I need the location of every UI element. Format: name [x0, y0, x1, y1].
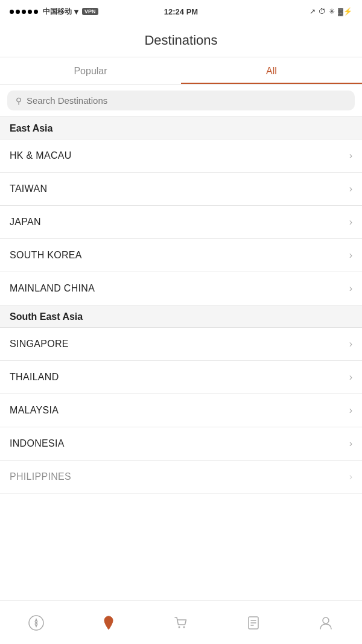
- svg-point-6: [183, 626, 185, 628]
- list-item-malaysia[interactable]: MALAYSIA ›: [0, 394, 362, 427]
- orders-icon: [245, 614, 262, 631]
- chevron-icon: ›: [349, 339, 352, 349]
- chevron-icon: ›: [349, 471, 352, 482]
- bottom-tab-cart[interactable]: [145, 601, 217, 644]
- svg-point-5: [179, 626, 180, 628]
- destinations-list: East Asia HK & MACAU › TAIWAN › JAPAN › …: [0, 117, 362, 542]
- compass-icon: [28, 614, 45, 631]
- page-title: Destinations: [0, 22, 362, 57]
- status-bar: 中国移动 ▾ VPN 12:24 PM ↗ ⏱ ✳ ▓⚡: [0, 0, 362, 22]
- section-header-south-east-asia: South East Asia: [0, 305, 362, 328]
- svg-point-11: [323, 617, 329, 623]
- bluetooth-icon: ✳: [329, 7, 335, 16]
- cart-icon: [173, 614, 189, 631]
- list-item-thailand[interactable]: THAILAND ›: [0, 361, 362, 394]
- list-item-taiwan[interactable]: TAIWAN ›: [0, 173, 362, 206]
- chevron-icon: ›: [349, 438, 352, 449]
- bottom-tab-orders[interactable]: [217, 601, 290, 644]
- list-item-indonesia[interactable]: INDONESIA ›: [0, 427, 362, 461]
- status-right: ↗ ⏱ ✳ ▓⚡: [310, 7, 352, 16]
- location-pin-icon: [100, 614, 117, 631]
- list-item-singapore[interactable]: SINGAPORE ›: [0, 328, 362, 361]
- svg-point-4: [107, 619, 110, 622]
- status-left: 中国移动 ▾ VPN: [10, 7, 98, 17]
- clock-icon: ⏱: [319, 7, 326, 16]
- svg-point-1: [35, 622, 37, 624]
- list-item-mainland-china[interactable]: MAINLAND CHINA ›: [0, 272, 362, 305]
- chevron-icon: ›: [349, 183, 352, 194]
- bottom-tab-destinations[interactable]: [72, 601, 145, 644]
- wifi-icon: ▾: [74, 7, 78, 16]
- chevron-icon: ›: [349, 150, 352, 161]
- bottom-tab-bar: [0, 601, 362, 644]
- chevron-icon: ›: [349, 217, 352, 228]
- bottom-tab-explore[interactable]: [0, 601, 72, 644]
- carrier-label: 中国移动: [43, 7, 72, 17]
- search-input[interactable]: [27, 95, 346, 106]
- location-icon: ↗: [310, 7, 316, 16]
- search-icon: ⚲: [16, 96, 22, 106]
- list-item-japan[interactable]: JAPAN ›: [0, 206, 362, 239]
- signal-dots: [10, 10, 38, 14]
- search-container: ⚲: [0, 84, 362, 117]
- bottom-tab-account[interactable]: [290, 601, 362, 644]
- svg-marker-2: [34, 618, 38, 622]
- chevron-icon: ›: [349, 250, 352, 261]
- tab-all[interactable]: All: [181, 57, 362, 84]
- vpn-badge: VPN: [82, 8, 98, 15]
- tab-popular[interactable]: Popular: [0, 57, 181, 84]
- search-wrapper[interactable]: ⚲: [7, 91, 355, 110]
- list-item-hk-macau[interactable]: HK & MACAU ›: [0, 139, 362, 173]
- list-item-philippines[interactable]: PHILIPPINES ›: [0, 461, 362, 494]
- tab-bar: Popular All: [0, 57, 362, 84]
- svg-marker-3: [34, 623, 38, 628]
- section-header-east-asia: East Asia: [0, 117, 362, 139]
- chevron-icon: ›: [349, 372, 352, 383]
- chevron-icon: ›: [349, 405, 352, 416]
- account-icon: [317, 614, 334, 631]
- status-time: 12:24 PM: [164, 7, 198, 16]
- battery-icon: ▓⚡: [338, 7, 352, 16]
- list-item-south-korea[interactable]: SOUTH KOREA ›: [0, 239, 362, 272]
- chevron-icon: ›: [349, 283, 352, 294]
